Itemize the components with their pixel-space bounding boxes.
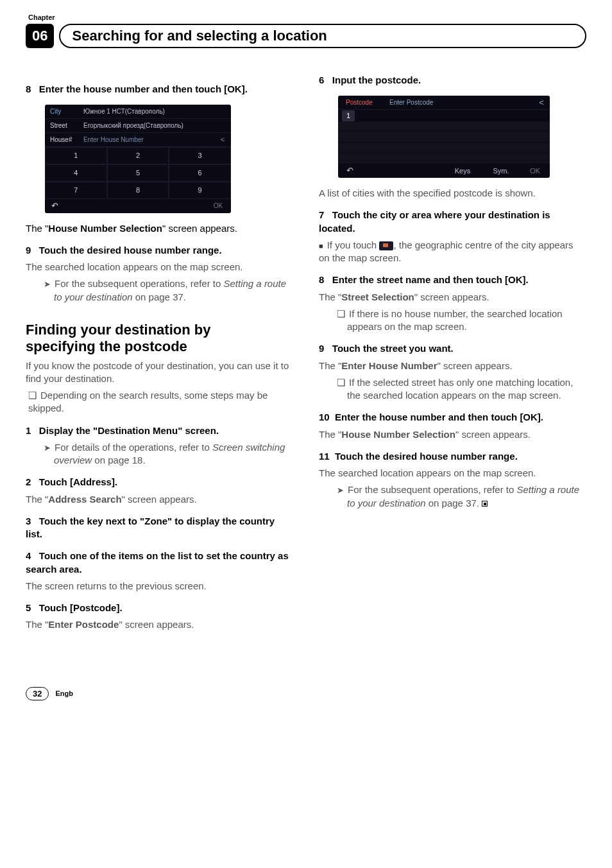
step-5-num: 5: [26, 602, 31, 613]
h2-line1: Finding your destination by: [26, 322, 293, 338]
step-3-num: 3: [26, 516, 31, 526]
numkey-4[interactable]: 4: [45, 164, 107, 182]
ss2-keyboard[interactable]: [338, 123, 550, 164]
numkey-8[interactable]: 8: [107, 182, 169, 199]
left-column: 8 Enter the house number and then touch …: [26, 74, 293, 636]
r-step-9-desc: The "Enter House Number" screen appears.: [319, 360, 586, 372]
ss1-back-button[interactable]: ↶: [45, 200, 64, 212]
ss1-city-val: Южное 1 НСТ(Ставрополь): [83, 107, 231, 116]
t: The ": [319, 291, 341, 302]
r-step-8-note: If there is no house number, the searche…: [337, 308, 586, 334]
ss1-street-label: Street: [45, 121, 83, 130]
t: Enter Postcode: [48, 619, 119, 630]
numkey-9[interactable]: 9: [169, 182, 231, 199]
ss1-city-label: City: [45, 107, 83, 116]
r-step-8-desc: The "Street Selection" screen appears.: [319, 291, 586, 304]
page-number: 32: [26, 687, 49, 701]
ss2-input-value: 1: [342, 110, 355, 121]
step-9-text: Touch the desired house number range.: [39, 245, 222, 256]
t: " screen appears.: [455, 429, 531, 440]
step-1-text: Display the "Destination Menu" screen.: [39, 425, 219, 436]
footer: 32 Engb: [26, 687, 586, 701]
t: For the subsequent operations, refer to: [348, 484, 517, 495]
r-step-7-num: 7: [319, 209, 324, 220]
step-1-num: 1: [26, 425, 31, 436]
section-heading: Finding your destination by specifying t…: [26, 322, 293, 356]
ss1-house-label: House#: [45, 135, 83, 144]
r-step-10-num: 10: [319, 412, 330, 422]
r-step-9-num: 9: [319, 343, 324, 354]
t: The ": [319, 360, 341, 371]
t: The ": [26, 494, 48, 505]
r-step-11-num: 11: [319, 451, 330, 462]
ss2-enter-postcode: Enter Postcode: [389, 98, 533, 107]
t: " screen appears.: [162, 223, 237, 234]
step-4-text: Touch one of the items on the list to se…: [26, 550, 289, 574]
numkey-2[interactable]: 2: [107, 147, 169, 164]
r-step-11-ref: For the subsequent operations, refer to …: [337, 483, 586, 510]
t: For details of the operations, refer to: [55, 442, 212, 453]
t: House Number Selection: [341, 429, 455, 440]
t: on page 37.: [133, 291, 186, 302]
ss1-ok-button[interactable]: OK: [205, 202, 231, 211]
numkey-7[interactable]: 7: [45, 182, 107, 199]
ss2-backspace[interactable]: <: [533, 97, 550, 108]
ss2-keys-button[interactable]: Keys: [443, 166, 482, 176]
ss2-sym-button[interactable]: Sym.: [482, 166, 520, 176]
step-8-num: 8: [26, 83, 31, 94]
r-step-10-text: Enter the house number and then touch [O…: [335, 412, 543, 422]
r-step-11-text: Touch the desired house number range.: [335, 451, 518, 462]
step-3: 3 Touch the key next to "Zone" to displa…: [26, 515, 293, 541]
page-title: Searching for and selecting a location: [72, 26, 327, 46]
chapter-label: Chapter: [28, 13, 586, 22]
city-centre-icon: [379, 241, 393, 250]
after-ss1-text: The "House Number Selection" screen appe…: [26, 222, 293, 235]
ss2-ok-button[interactable]: OK: [520, 166, 550, 176]
t: " screen appears.: [122, 494, 197, 505]
ss2-back-button[interactable]: ↶: [338, 165, 361, 177]
ss1-street-val: Егорлыкский проезд(Ставрополь): [83, 121, 231, 130]
t: on page 18.: [92, 455, 145, 465]
r-step-11-desc: The searched location appears on the map…: [319, 467, 586, 480]
language-code: Engb: [55, 689, 73, 699]
step-5-desc: The "Enter Postcode" screen appears.: [26, 618, 293, 631]
step-9-desc: The searched location appears on the map…: [26, 261, 293, 273]
r-step-11: 11 Touch the desired house number range.: [319, 450, 586, 463]
h2-desc: If you know the postcode of your destina…: [26, 360, 293, 386]
ss1-backspace[interactable]: <: [214, 135, 231, 144]
step-2-desc: The "Address Search" screen appears.: [26, 493, 293, 506]
r-step-9: 9 Touch the street you want.: [319, 342, 586, 355]
r-step-7-text: Touch the city or area where your destin…: [319, 209, 550, 233]
step-1-ref: For details of the operations, refer to …: [44, 441, 293, 467]
step-8-text: Enter the house number and then touch [O…: [39, 83, 248, 94]
r-step-9-note: If the selected street has only one matc…: [337, 376, 586, 403]
numkey-6[interactable]: 6: [169, 164, 231, 182]
t: For the subsequent operations, refer to: [55, 278, 224, 289]
step-8: 8 Enter the house number and then touch …: [26, 83, 293, 96]
step-1: 1 Display the "Destination Menu" screen.: [26, 424, 293, 437]
r-step-6-desc: A list of cities with the specified post…: [319, 187, 586, 200]
end-section-icon: [482, 501, 488, 507]
t: " screen appears.: [119, 619, 194, 630]
numkey-5[interactable]: 5: [107, 164, 169, 182]
r-step-8-text: Enter the street name and then touch [OK…: [332, 274, 529, 285]
r-step-10-desc: The "House Number Selection" screen appe…: [319, 428, 586, 441]
step-2-num: 2: [26, 476, 31, 487]
r-step-8: 8 Enter the street name and then touch […: [319, 273, 586, 286]
postcode-screenshot: PostcodeEnter Postcode< 1 ↶ Keys Sym. OK: [338, 96, 550, 178]
t: on page 37.: [426, 498, 479, 508]
t: Enter House Number: [341, 360, 437, 371]
step-9-num: 9: [26, 245, 31, 256]
t: The ": [26, 619, 48, 630]
ss2-postcode-label: Postcode: [338, 98, 389, 107]
step-9: 9 Touch the desired house number range.: [26, 244, 293, 257]
r-step-8-num: 8: [319, 274, 324, 285]
right-column: 6 Input the postcode. PostcodeEnter Post…: [319, 74, 586, 636]
numkey-1[interactable]: 1: [45, 147, 107, 164]
t: Street Selection: [341, 291, 414, 302]
step-2: 2 Touch [Address].: [26, 476, 293, 489]
ss1-number-grid: 123 456 789: [45, 147, 231, 199]
numkey-3[interactable]: 3: [169, 147, 231, 164]
r-step-6-num: 6: [319, 74, 324, 85]
header-bar: Searching for and selecting a location: [59, 24, 586, 48]
